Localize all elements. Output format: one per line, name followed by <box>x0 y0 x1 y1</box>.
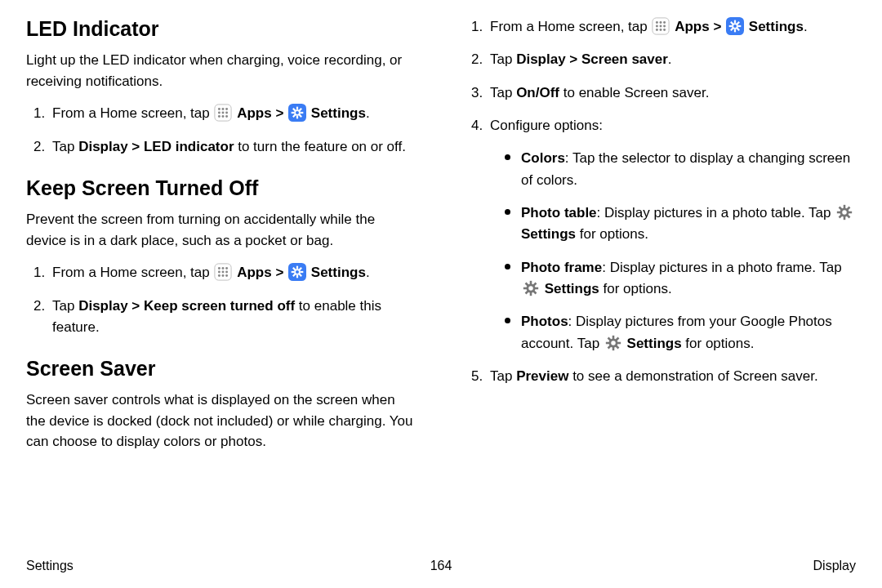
page-columns: LED Indicator Light up the LED indicator… <box>26 16 856 539</box>
heading-screen-saver: Screen Saver <box>26 356 418 381</box>
desc-led-indicator: Light up the LED indicator when charging… <box>26 50 418 91</box>
step: Tap Preview to see a demonstration of Sc… <box>487 366 856 387</box>
settings-icon <box>726 17 744 35</box>
option-photo-table: Photo table: Display pictures in a photo… <box>505 203 856 246</box>
desc-screen-saver: Screen saver controls what is displayed … <box>26 390 418 452</box>
apps-icon <box>214 104 232 122</box>
heading-keep-screen-off: Keep Screen Turned Off <box>26 176 418 201</box>
option-photos: Photos: Display pictures from your Googl… <box>505 311 856 354</box>
steps-keep-screen-off: From a Home screen, tap Apps > Settings.… <box>26 262 418 338</box>
screen-saver-options: Colors: Tap the selector to display a ch… <box>490 148 856 354</box>
option-colors: Colors: Tap the selector to display a ch… <box>505 148 856 191</box>
steps-led-indicator: From a Home screen, tap Apps > Settings.… <box>26 103 418 158</box>
heading-led-indicator: LED Indicator <box>26 16 418 42</box>
gear-icon <box>835 203 853 221</box>
footer-left: Settings <box>26 559 74 573</box>
apps-icon <box>214 263 232 281</box>
step: Tap Display > Keep screen turned off to … <box>49 296 418 339</box>
step: Configure options: Colors: Tap the selec… <box>487 115 856 354</box>
right-column: From a Home screen, tap Apps > Settings.… <box>464 16 856 539</box>
step: Tap Display > LED indicator to turn the … <box>49 136 418 158</box>
footer-page-number: 164 <box>430 559 452 573</box>
step: From a Home screen, tap Apps > Settings. <box>487 16 856 38</box>
apps-icon <box>652 17 670 35</box>
step: Tap On/Off to enable Screen saver. <box>487 82 856 104</box>
steps-screen-saver: From a Home screen, tap Apps > Settings.… <box>464 16 856 387</box>
page-footer: Settings 164 Display <box>26 559 856 573</box>
gear-icon <box>604 334 622 352</box>
gear-icon <box>522 279 540 297</box>
step: From a Home screen, tap Apps > Settings. <box>49 262 418 283</box>
step: From a Home screen, tap Apps > Settings. <box>49 103 418 124</box>
footer-right: Display <box>813 559 856 573</box>
settings-icon <box>288 263 306 281</box>
option-photo-frame: Photo frame: Display pictures in a photo… <box>505 257 856 301</box>
settings-icon <box>288 104 306 122</box>
left-column: LED Indicator Light up the LED indicator… <box>26 16 418 539</box>
desc-keep-screen-off: Prevent the screen from turning on accid… <box>26 209 418 251</box>
step: Tap Display > Screen saver. <box>487 49 856 70</box>
